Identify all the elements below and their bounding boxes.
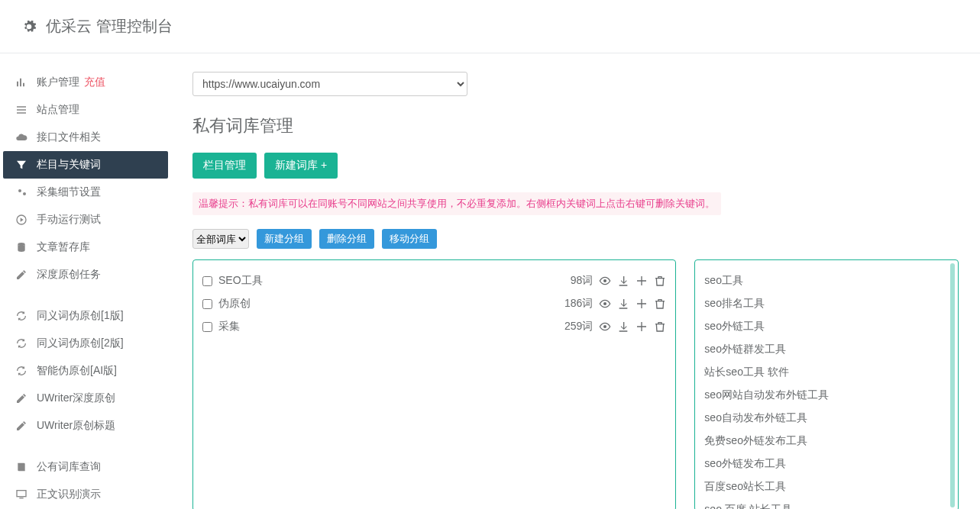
keyword-item[interactable]: seo外链工具 [704, 315, 949, 338]
keyword-item[interactable]: 免费seo外链发布工具 [704, 430, 949, 453]
keyword-item[interactable]: 站长seo工具 软件 [704, 361, 949, 384]
keyword-item[interactable]: seo网站自动发布外链工具 [704, 384, 949, 407]
keyword-item[interactable]: seo自动发布外链工具 [704, 407, 949, 430]
keyword-item[interactable]: seo工具 [704, 269, 949, 292]
keyword-item[interactable]: seo外链发布工具 [704, 453, 949, 475]
keyword-item[interactable]: seo排名工具 [704, 292, 949, 315]
keyword-list-panel: seo工具seo排名工具seo外链工具seo外链群发工具站长seo工具 软件se… [694, 259, 959, 509]
keyword-item[interactable]: seo外链群发工具 [704, 338, 949, 361]
keyword-item[interactable]: seo 百度 站长工具 [704, 498, 949, 509]
keyword-item[interactable]: 百度seo站长工具 [704, 475, 949, 498]
